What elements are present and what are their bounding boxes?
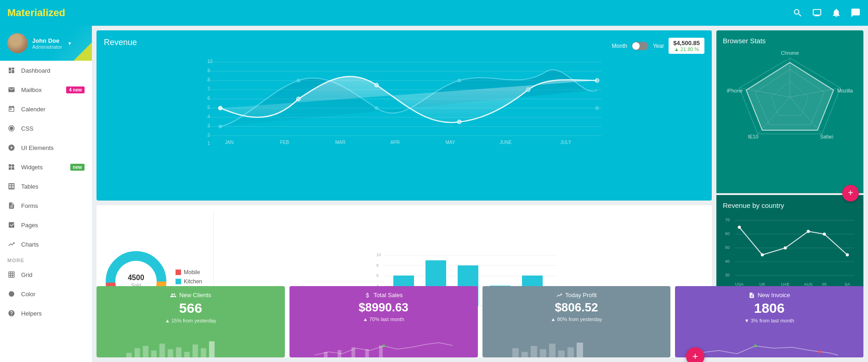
- svg-rect-112: [201, 348, 206, 357]
- legend-kitchen-label: Kitchen: [184, 278, 202, 285]
- svg-rect-105: [143, 346, 148, 357]
- revenue-controls: Month Year $4,500.85 ▲ 21.80 %: [612, 38, 704, 54]
- total-sales-mini-chart: [289, 339, 478, 357]
- svg-text:MAY: MAY: [446, 140, 455, 145]
- svg-point-129: [818, 351, 821, 353]
- people-icon: [170, 292, 176, 299]
- file-icon: [749, 292, 755, 299]
- svg-rect-106: [151, 351, 157, 357]
- svg-text:5: 5: [208, 105, 210, 110]
- sidebar-item-forms[interactable]: Forms: [0, 196, 92, 215]
- sidebar-item-mailbox-label: Mailbox: [21, 86, 61, 93]
- search-icon[interactable]: [793, 8, 803, 18]
- pages-icon: [7, 221, 16, 229]
- svg-point-91: [738, 226, 741, 229]
- svg-text:MAR: MAR: [335, 140, 346, 145]
- sidebar-item-grid-label: Grid: [21, 271, 85, 278]
- grid-icon: [7, 270, 16, 279]
- svg-text:UK: UK: [760, 282, 766, 287]
- topnav-actions: [793, 8, 861, 18]
- svg-point-30: [458, 120, 461, 124]
- sidebar-item-dashboard-label: Dashboard: [21, 67, 85, 74]
- svg-point-28: [297, 97, 301, 101]
- svg-text:APR: APR: [391, 140, 400, 145]
- sidebar-item-ui-label: UI Elements: [21, 144, 85, 151]
- svg-text:70: 70: [725, 218, 730, 222]
- sidebar-item-color[interactable]: Color: [0, 284, 92, 304]
- svg-rect-104: [135, 348, 140, 357]
- svg-rect-111: [193, 345, 198, 357]
- svg-rect-107: [159, 344, 165, 357]
- svg-rect-114: [324, 352, 328, 357]
- sidebar-item-calender[interactable]: Calender: [0, 99, 92, 119]
- svg-text:Safari: Safari: [820, 134, 834, 139]
- right-fab-button[interactable]: +: [842, 185, 859, 201]
- dollar-icon: [364, 292, 371, 299]
- revenue-card: Revenue Month Year $4,500.85 ▲ 21.80 %: [96, 30, 712, 201]
- svg-rect-118: [379, 345, 383, 357]
- profile-info: John Doe Administrator: [32, 37, 62, 50]
- sidebar-item-css[interactable]: CSS: [0, 119, 92, 138]
- stat-card-new-clients: New Clients 566 ▲ 15% from yesterday: [96, 286, 285, 357]
- sidebar-item-widgets[interactable]: Widgets new: [0, 157, 92, 177]
- stat-card-total-sales: Total Sales $8990.63 ▲ 70% last month: [289, 286, 478, 357]
- svg-point-119: [382, 345, 385, 347]
- svg-rect-115: [338, 350, 341, 357]
- sidebar-item-mailbox[interactable]: Mailbox 4 new: [0, 80, 92, 99]
- svg-text:JULY: JULY: [561, 140, 572, 145]
- stats-row: New Clients 566 ▲ 15% from yesterday Tot…: [92, 286, 868, 362]
- monitor-icon[interactable]: [812, 8, 822, 18]
- logo-text: aterialized: [16, 7, 65, 18]
- svg-rect-110: [184, 352, 190, 357]
- svg-rect-120: [512, 348, 518, 357]
- sidebar-item-charts[interactable]: Charts: [0, 235, 92, 254]
- topnav: Materialized: [0, 0, 868, 26]
- sidebar-profile[interactable]: John Doe Administrator ▼: [0, 26, 92, 61]
- svg-text:Mozilla: Mozilla: [837, 88, 853, 93]
- sidebar-item-pages[interactable]: Pages: [0, 215, 92, 235]
- svg-point-37: [527, 88, 530, 91]
- svg-text:1: 1: [208, 141, 210, 145]
- charts-icon: [7, 240, 16, 248]
- sidebar-item-ui-elements[interactable]: UI Elements: [0, 138, 92, 157]
- svg-point-92: [761, 253, 764, 256]
- svg-rect-126: [567, 347, 573, 357]
- svg-point-38: [596, 107, 599, 109]
- sidebar-item-grid[interactable]: Grid: [0, 265, 92, 284]
- period-toggle[interactable]: [632, 42, 648, 50]
- bell-icon[interactable]: [831, 8, 841, 18]
- legend-mobile-color: [176, 270, 181, 275]
- sidebar-item-helpers[interactable]: Helpers: [0, 304, 92, 323]
- svg-text:8: 8: [208, 77, 210, 82]
- chat-icon[interactable]: [851, 8, 861, 18]
- svg-point-128: [754, 345, 757, 347]
- sidebar-item-pages-label: Pages: [21, 222, 85, 229]
- svg-rect-124: [549, 344, 555, 357]
- sidebar-item-color-label: Color: [21, 291, 85, 298]
- new-clients-title: New Clients: [104, 292, 278, 299]
- legend-kitchen-color: [176, 279, 181, 284]
- new-invoice-title: New Invoice: [682, 292, 856, 299]
- legend-mobile: Mobile: [176, 269, 202, 276]
- add-button[interactable]: +: [686, 347, 704, 362]
- svg-text:JAN: JAN: [225, 140, 234, 145]
- svg-point-93: [784, 247, 787, 249]
- svg-rect-103: [126, 353, 132, 357]
- profile-name: John Doe: [32, 37, 62, 44]
- svg-point-94: [807, 230, 810, 233]
- svg-rect-127: [576, 343, 583, 357]
- app-logo: Materialized: [7, 7, 793, 19]
- revenue-percent: ▲ 21.80 %: [673, 46, 700, 52]
- today-profit-title: Today Profit: [490, 292, 664, 299]
- svg-text:40: 40: [725, 259, 730, 264]
- sidebar-item-tables[interactable]: Tables: [0, 177, 92, 196]
- country-line-chart: 70 60 50 40 30: [723, 211, 857, 294]
- sidebar-item-forms-label: Forms: [21, 202, 85, 209]
- total-sales-value: $8990.63: [297, 300, 471, 315]
- sidebar-item-dashboard[interactable]: Dashboard: [0, 61, 92, 80]
- new-clients-sub: ▲ 15% from yesterday: [104, 318, 278, 323]
- svg-text:10: 10: [208, 59, 213, 64]
- svg-point-96: [846, 253, 849, 256]
- svg-text:AUS: AUS: [804, 282, 813, 287]
- svg-rect-116: [352, 347, 355, 357]
